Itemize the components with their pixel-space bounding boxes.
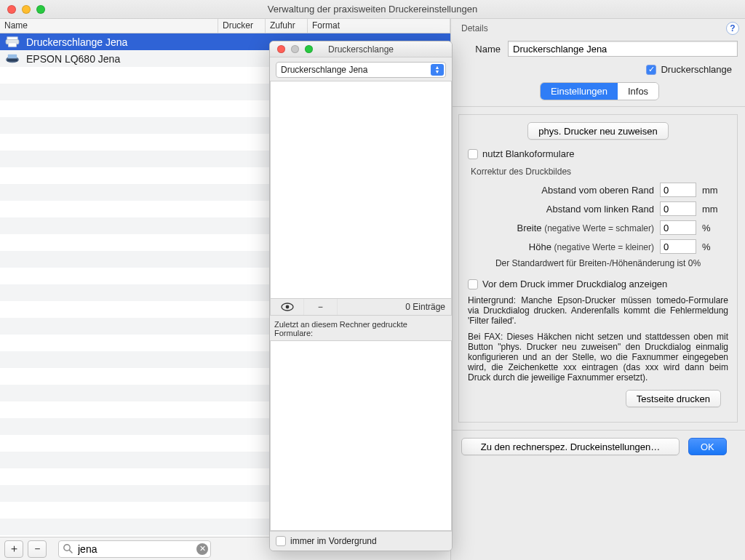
foreground-checkbox[interactable] [276, 536, 286, 546]
close-window-button[interactable] [7, 5, 16, 14]
calib-left-unit: mm [702, 204, 728, 215]
help-icon[interactable]: ? [726, 22, 739, 35]
queue-footer: immer im Vordergrund [270, 531, 452, 551]
queue-preview-button[interactable] [271, 299, 304, 315]
testpage-button[interactable]: Testseite drucken [626, 390, 721, 407]
queue-close-button[interactable] [277, 45, 285, 53]
tab-settings[interactable]: Einstellungen [541, 83, 618, 100]
queue-remove-button[interactable]: － [304, 299, 338, 315]
calib-left-field[interactable] [660, 201, 696, 216]
name-field[interactable] [508, 41, 738, 57]
calib-label-left: Abstand vom linken Rand [468, 204, 654, 215]
col-header-format[interactable]: Format [308, 19, 450, 33]
queue-checkbox-row: Druckerschlange [461, 64, 738, 75]
foreground-label: immer im Vordergrund [290, 536, 377, 546]
dialog-footer: Zu den rechnerspez. Druckeinstellungen… … [451, 430, 745, 463]
svg-rect-5 [7, 59, 17, 62]
col-header-drucker[interactable]: Drucker [218, 19, 266, 33]
tab-pair: Einstellungen Infos [540, 82, 659, 100]
calib-label-top: Abstand vom oberen Rand [468, 185, 654, 196]
details-pane: ? Details Name Druckerschlange Einstellu… [451, 19, 745, 560]
name-label: Name [461, 44, 501, 55]
queue-titlebar: Druckerschlange [270, 41, 452, 57]
search-field-wrap: ✕ [58, 540, 211, 558]
printer-name: Druckerschlange Jena [26, 36, 127, 48]
svg-rect-2 [9, 42, 17, 46]
queue-window-controls [277, 45, 313, 53]
main-window: Verwaltung der praxisweiten Druckereinst… [0, 0, 745, 560]
calib-row-height: Höhe (negative Werte = kleiner) % [468, 239, 728, 254]
printer-icon [4, 52, 20, 65]
col-header-zufuhr[interactable]: Zufuhr [266, 19, 308, 33]
queue-window[interactable]: Druckerschlange Druckerschlange Jena ▲▼ … [269, 41, 453, 551]
always-dialog-checkbox[interactable] [468, 279, 478, 289]
tab-infos[interactable]: Infos [618, 83, 658, 100]
window-controls [7, 5, 45, 14]
queue-list[interactable] [270, 81, 452, 299]
queue-checkbox-label: Druckerschlange [661, 64, 732, 75]
chevron-updown-icon: ▲▼ [431, 64, 444, 76]
add-button[interactable]: ＋ [4, 540, 23, 558]
calib-label-height: Höhe (negative Werte = kleiner) [468, 241, 654, 252]
svg-rect-0 [7, 36, 17, 39]
queue-recent-label: Zuletzt an diesem Rechner gedruckte Form… [274, 320, 447, 337]
calib-row-top: Abstand vom oberen Rand mm [468, 183, 728, 197]
zoom-window-button[interactable] [36, 5, 45, 14]
col-header-name[interactable]: Name [0, 19, 218, 33]
search-input[interactable] [58, 540, 211, 558]
svg-point-9 [285, 305, 289, 309]
calib-row-left: Abstand vom linken Rand mm [468, 201, 728, 216]
calib-top-field[interactable] [660, 183, 696, 197]
details-header: Details Name Druckerschlange Einstellung… [451, 19, 745, 107]
info-paragraph-2: Bei FAX: Dieses Häkchen nicht setzen und… [468, 332, 728, 383]
clear-search-icon[interactable]: ✕ [196, 543, 208, 555]
std-note: Der Standardwert für Breiten-/Höhenänder… [468, 258, 728, 268]
settings-foot: Testseite drucken [468, 383, 728, 415]
queue-recent-list[interactable] [270, 340, 452, 531]
always-dialog-row: Vor dem Druck immer Druckdialog anzeigen [468, 279, 728, 289]
calib-label-width: Breite (negative Werte = schmaler) [468, 223, 654, 233]
printer-icon [4, 36, 20, 49]
remove-button[interactable]: － [28, 540, 47, 558]
queue-toolbar: － 0 Einträge [270, 299, 452, 316]
assign-printer-button[interactable]: phys. Drucker neu zuweisen [527, 122, 668, 140]
list-header: Name Drucker Zufuhr Format [0, 19, 450, 33]
printer-name: EPSON LQ680 Jena [26, 53, 120, 65]
blank-forms-label: nutzt Blankoformulare [482, 148, 574, 159]
blank-forms-checkbox[interactable] [468, 149, 478, 159]
queue-body: Druckerschlange Jena ▲▼ － 0 Einträge Zul… [270, 57, 452, 551]
calib-width-unit: % [702, 223, 728, 233]
queue-combo-value: Druckerschlange Jena [281, 65, 367, 75]
calib-height-field[interactable] [660, 239, 696, 254]
settings-panel: phys. Drucker neu zuweisen nutzt Blankof… [458, 114, 738, 423]
queue-minimize-button[interactable] [291, 45, 299, 53]
correction-heading: Korrektur des Druckbildes [468, 167, 728, 177]
details-section-label: Details [461, 23, 738, 33]
calib-top-unit: mm [702, 185, 728, 196]
svg-rect-4 [8, 54, 17, 57]
calib-width-field[interactable] [660, 220, 696, 235]
info-paragraph-1: Hintergrund: Manche Epson-Drucker müssen… [468, 295, 728, 326]
titlebar: Verwaltung der praxisweiten Druckereinst… [0, 0, 745, 19]
queue-checkbox[interactable] [646, 65, 656, 75]
computer-settings-button[interactable]: Zu den rechnerspez. Druckeinstellungen… [461, 438, 680, 455]
tabs: Einstellungen Infos [461, 82, 738, 100]
search-icon [63, 543, 73, 556]
queue-combo[interactable]: Druckerschlange Jena ▲▼ [276, 62, 446, 78]
blank-forms-row: nutzt Blankoformulare [468, 148, 728, 159]
calibration-rows: Abstand vom oberen Rand mm Abstand vom l… [468, 183, 728, 268]
name-row: Name [461, 41, 738, 57]
queue-zoom-button[interactable] [305, 45, 313, 53]
minimize-window-button[interactable] [22, 5, 31, 14]
calib-height-unit: % [702, 241, 728, 252]
svg-line-7 [69, 550, 72, 553]
window-title: Verwaltung der praxisweiten Druckereinst… [6, 4, 739, 15]
ok-button[interactable]: OK [688, 438, 727, 455]
always-dialog-label: Vor dem Druck immer Druckdialog anzeigen [482, 279, 667, 289]
queue-count: 0 Einträge [338, 299, 451, 315]
calib-row-width: Breite (negative Werte = schmaler) % [468, 220, 728, 235]
